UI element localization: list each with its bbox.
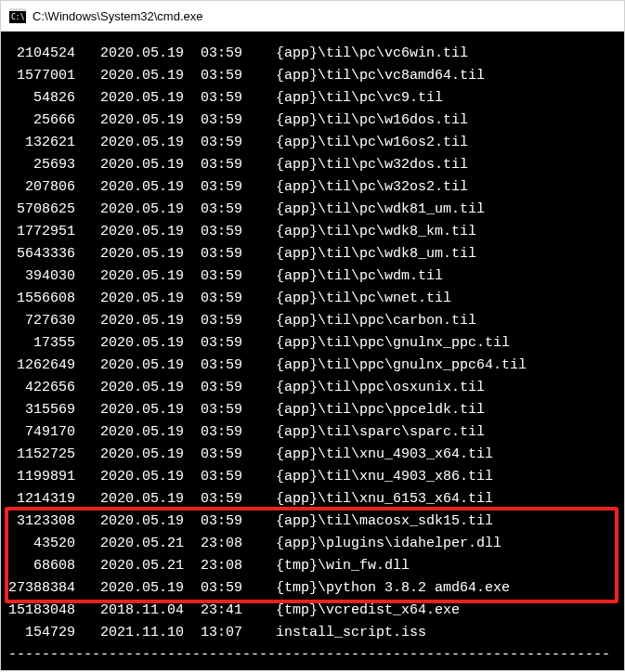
file-row: 17355 2020.05.19 03:59 {app}\til\ppc\gnu… (8, 332, 617, 355)
file-path: {app}\til\pc\vc6win.til (276, 45, 468, 61)
file-path: {app}\til\pc\wdk81_um.til (276, 201, 485, 217)
file-size: 54826 (8, 87, 75, 110)
file-time: 03:59 (201, 110, 251, 132)
file-size: 422656 (8, 377, 75, 399)
file-time: 03:59 (201, 265, 251, 288)
file-path: {app}\til\pc\w16dos.til (276, 112, 468, 128)
file-path: {app}\til\pc\w16os2.til (276, 135, 468, 150)
file-row: 1772951 2020.05.19 03:59 {app}\til\pc\wd… (8, 221, 617, 243)
file-path: {app}\til\sparc\sparc.til (276, 424, 485, 440)
window-title: C:\Windows\System32\cmd.exe (33, 9, 203, 23)
file-date: 2020.05.19 (100, 199, 192, 221)
file-date: 2020.05.19 (100, 87, 192, 110)
file-row: 727630 2020.05.19 03:59 {app}\til\ppc\ca… (8, 310, 617, 332)
file-date: 2020.05.19 (100, 221, 192, 243)
file-size: 132621 (8, 132, 75, 154)
file-size: 727630 (8, 310, 75, 332)
file-time: 03:59 (201, 221, 251, 243)
file-path: {app}\til\ppc\gnulnx_ppc64.til (276, 357, 527, 373)
file-size: 2104524 (8, 43, 75, 65)
file-row: 394030 2020.05.19 03:59 {app}\til\pc\wdm… (8, 265, 617, 288)
file-time: 03:59 (201, 243, 251, 265)
file-date: 2018.11.04 (100, 600, 192, 622)
file-size: 394030 (8, 265, 75, 288)
file-row: 1577001 2020.05.19 03:59 {app}\til\pc\vc… (8, 65, 617, 87)
file-row: 1556608 2020.05.19 03:59 {app}\til\pc\wn… (8, 288, 617, 310)
file-date: 2020.05.19 (100, 43, 192, 65)
file-path: {tmp}\python 3.8.2 amd64.exe (276, 580, 510, 596)
file-row: 5643336 2020.05.19 03:59 {app}\til\pc\wd… (8, 243, 617, 265)
file-date: 2020.05.19 (100, 65, 192, 87)
file-date: 2020.05.19 (100, 110, 192, 132)
file-date: 2020.05.21 (100, 555, 192, 577)
file-time: 03:59 (201, 332, 251, 355)
file-path: {app}\til\pc\wdk8_um.til (276, 246, 476, 262)
file-row: 749170 2020.05.19 03:59 {app}\til\sparc\… (8, 421, 617, 444)
file-row: 25693 2020.05.19 03:59 {app}\til\pc\w32d… (8, 154, 617, 176)
file-date: 2020.05.19 (100, 577, 192, 600)
file-size: 25666 (8, 110, 75, 132)
file-date: 2020.05.19 (100, 355, 192, 377)
file-row: 1262649 2020.05.19 03:59 {app}\til\ppc\g… (8, 355, 617, 377)
file-date: 2020.05.19 (100, 132, 192, 154)
file-date: 2020.05.19 (100, 488, 192, 510)
file-row: 68608 2020.05.21 23:08 {tmp}\win_fw.dll (8, 555, 617, 577)
file-date: 2020.05.19 (100, 176, 192, 199)
file-row: 1199891 2020.05.19 03:59 {app}\til\xnu_4… (8, 466, 617, 488)
file-size: 1214319 (8, 488, 75, 510)
file-time: 03:59 (201, 577, 251, 600)
file-row: 5708625 2020.05.19 03:59 {app}\til\pc\wd… (8, 199, 617, 221)
title-bar[interactable]: C:\ C:\Windows\System32\cmd.exe (1, 1, 624, 32)
file-row: 27388384 2020.05.19 03:59 {tmp}\python 3… (8, 577, 617, 600)
file-size: 207806 (8, 176, 75, 199)
file-time: 03:59 (201, 65, 251, 87)
file-time: 03:59 (201, 399, 251, 421)
file-size: 5643336 (8, 243, 75, 265)
file-time: 03:59 (201, 510, 251, 533)
file-path: {app}\til\pc\w32dos.til (276, 157, 468, 173)
file-size: 17355 (8, 332, 75, 355)
file-row: 2104524 2020.05.19 03:59 {app}\til\pc\vc… (8, 43, 617, 65)
file-date: 2020.05.19 (100, 310, 192, 332)
file-date: 2020.05.19 (100, 154, 192, 176)
file-size: 1262649 (8, 355, 75, 377)
file-size: 27388384 (8, 577, 75, 600)
file-date: 2020.05.19 (100, 243, 192, 265)
file-path: {app}\til\pc\wnet.til (276, 291, 451, 306)
file-row: 54826 2020.05.19 03:59 {app}\til\pc\vc9.… (8, 87, 617, 110)
file-path: {app}\til\ppc\carbon.til (276, 313, 476, 329)
file-time: 03:59 (201, 288, 251, 310)
file-size: 1152725 (8, 444, 75, 466)
file-path: {tmp}\win_fw.dll (276, 558, 410, 574)
file-time: 03:59 (201, 87, 251, 110)
file-time: 03:59 (201, 310, 251, 332)
file-row: 422656 2020.05.19 03:59 {app}\til\ppc\os… (8, 377, 617, 399)
svg-rect-1 (9, 8, 26, 11)
file-date: 2020.05.21 (100, 533, 192, 555)
file-date: 2020.05.19 (100, 332, 192, 355)
file-time: 03:59 (201, 199, 251, 221)
file-size: 315569 (8, 399, 75, 421)
cmd-icon: C:\ (8, 6, 27, 25)
file-time: 03:59 (201, 488, 251, 510)
file-row: 43520 2020.05.21 23:08 {app}\plugins\ida… (8, 533, 617, 555)
terminal-output[interactable]: 2104524 2020.05.19 03:59 {app}\til\pc\vc… (1, 32, 624, 670)
file-path: {tmp}\vcredist_x64.exe (276, 602, 460, 618)
file-path: {app}\til\ppc\osxunix.til (276, 380, 485, 395)
file-size: 68608 (8, 555, 75, 577)
file-time: 13:07 (201, 622, 251, 644)
file-row: 154729 2021.11.10 13:07 install_script.i… (8, 622, 617, 644)
file-time: 03:59 (201, 466, 251, 488)
file-row: 207806 2020.05.19 03:59 {app}\til\pc\w32… (8, 176, 617, 199)
file-time: 03:59 (201, 355, 251, 377)
file-date: 2020.05.19 (100, 510, 192, 533)
file-path: {app}\til\xnu_4903_x64.til (276, 446, 493, 462)
file-time: 03:59 (201, 132, 251, 154)
file-time: 03:59 (201, 154, 251, 176)
file-time: 03:59 (201, 377, 251, 399)
file-size: 1556608 (8, 288, 75, 310)
file-path: {app}\til\pc\wdk8_km.til (276, 224, 476, 239)
file-path: {app}\til\pc\wdm.til (276, 268, 443, 284)
file-path: {app}\til\macosx_sdk15.til (276, 513, 493, 529)
file-date: 2021.11.10 (100, 622, 192, 644)
